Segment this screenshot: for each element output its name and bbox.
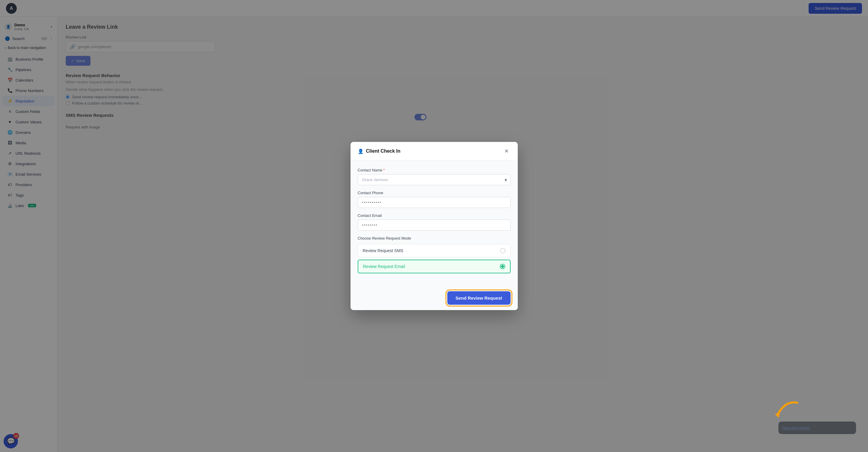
contact-phone-input[interactable] bbox=[358, 197, 435, 208]
modal-body: Contact Name * Grace Jamison ▾ Contact P… bbox=[350, 161, 435, 226]
required-indicator: * bbox=[383, 168, 385, 172]
modal-title: 👤 Client Check In bbox=[358, 149, 401, 154]
contact-phone-field: Contact Phone bbox=[358, 190, 435, 208]
modal-overlay[interactable]: 👤 Client Check In ✕ Contact Name * Grace… bbox=[0, 0, 435, 226]
contact-phone-label: Contact Phone bbox=[358, 190, 435, 195]
contact-email-label: Contact Email bbox=[358, 213, 435, 218]
contact-name-field: Contact Name * Grace Jamison ▾ bbox=[358, 168, 435, 185]
contact-name-select-wrapper: Grace Jamison ▾ bbox=[358, 174, 435, 185]
person-icon: 👤 bbox=[358, 149, 364, 154]
contact-name-label: Contact Name * bbox=[358, 168, 435, 172]
client-checkin-modal: 👤 Client Check In ✕ Contact Name * Grace… bbox=[350, 142, 435, 226]
modal-header: 👤 Client Check In ✕ bbox=[350, 142, 435, 161]
contact-email-input[interactable] bbox=[358, 219, 435, 226]
modal-title-text: Client Check In bbox=[366, 149, 401, 154]
contact-name-select[interactable]: Grace Jamison bbox=[358, 174, 435, 185]
contact-email-field: Contact Email bbox=[358, 213, 435, 226]
